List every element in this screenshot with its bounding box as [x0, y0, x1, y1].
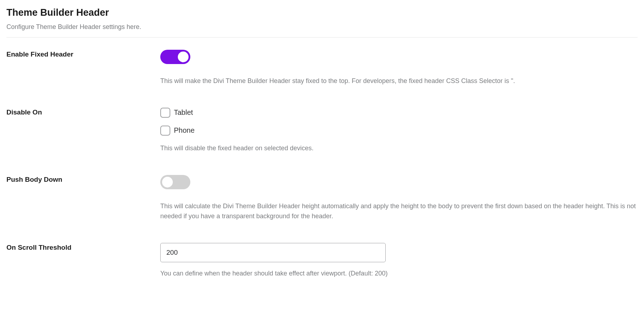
page-subtitle: Configure Theme Builder Header settings … [6, 23, 638, 31]
setting-label-disable-on: Disable On [6, 108, 160, 116]
toggle-knob [178, 52, 189, 62]
setting-control-push-body-down: This will calculate the Divi Theme Build… [160, 175, 638, 221]
setting-label-enable-fixed-header: Enable Fixed Header [6, 50, 160, 58]
description-on-scroll-threshold: You can define when the header should ta… [160, 269, 638, 279]
description-enable-fixed-header: This will make the Divi Theme Builder He… [160, 76, 638, 86]
setting-control-on-scroll-threshold: You can define when the header should ta… [160, 243, 638, 279]
setting-control-disable-on: Tablet Phone This will disable the fixed… [160, 108, 638, 153]
setting-label-on-scroll-threshold: On Scroll Threshold [6, 243, 160, 252]
setting-row-enable-fixed-header: Enable Fixed Header This will make the D… [6, 50, 638, 86]
input-on-scroll-threshold[interactable] [160, 243, 386, 262]
setting-row-disable-on: Disable On Tablet Phone This will disabl… [6, 108, 638, 153]
setting-control-enable-fixed-header: This will make the Divi Theme Builder He… [160, 50, 638, 86]
toggle-push-body-down[interactable] [160, 175, 190, 189]
page-title: Theme Builder Header [6, 7, 638, 18]
description-disable-on: This will disable the fixed header on se… [160, 143, 638, 153]
checkbox-row-phone: Phone [160, 126, 638, 136]
header-divider [6, 37, 638, 38]
checkbox-label-phone: Phone [174, 126, 195, 135]
checkbox-row-tablet: Tablet [160, 108, 638, 118]
toggle-enable-fixed-header[interactable] [160, 50, 190, 64]
setting-label-push-body-down: Push Body Down [6, 175, 160, 184]
setting-row-push-body-down: Push Body Down This will calculate the D… [6, 175, 638, 221]
checkbox-label-tablet: Tablet [174, 108, 193, 117]
toggle-knob [162, 177, 173, 187]
setting-row-on-scroll-threshold: On Scroll Threshold You can define when … [6, 243, 638, 279]
checkbox-phone[interactable] [160, 126, 170, 136]
description-push-body-down: This will calculate the Divi Theme Build… [160, 201, 638, 221]
checkbox-tablet[interactable] [160, 108, 170, 118]
